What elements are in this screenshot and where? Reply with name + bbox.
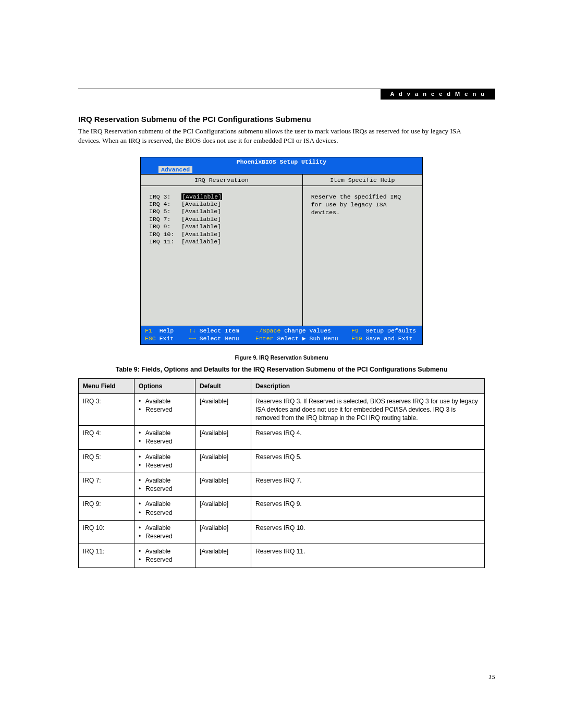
cell-menu-field: IRQ 5:: [79, 449, 134, 473]
table-row: IRQ 7:• Available• Reserved[Available]Re…: [79, 473, 485, 497]
figure-caption: Figure 9. IRQ Reservation Submenu: [78, 354, 485, 361]
th-description: Description: [251, 378, 485, 393]
page-number: 15: [488, 673, 495, 681]
bios-key-f9-label: Setup Defaults: [366, 327, 417, 334]
bios-key-enter-label: Select ▶ Sub-Menu: [277, 335, 338, 342]
bios-mid: IRQ Reservation IRQ 3: [Available]IRQ 4:…: [141, 175, 422, 326]
cell-description: Reserves IRQ 11.: [251, 544, 485, 567]
bios-rows: IRQ 3: [Available]IRQ 4: [Available]IRQ …: [149, 193, 294, 246]
table-row: IRQ 5:• Available• Reserved[Available]Re…: [79, 449, 485, 473]
bios-body: IRQ 3: [Available]IRQ 4: [Available]IRQ …: [141, 186, 302, 326]
bios-key-f10-label: Save and Exit: [366, 335, 413, 342]
bios-left-pane: IRQ Reservation IRQ 3: [Available]IRQ 4:…: [141, 175, 303, 326]
bios-key-leftright-label: Select Menu: [200, 335, 239, 342]
th-options: Options: [134, 378, 195, 393]
bios-key-f9: F9: [351, 327, 359, 334]
section-title: IRQ Reservation Submenu of the PCI Confi…: [78, 115, 485, 124]
table-row: IRQ 11:• Available• Reserved[Available]R…: [79, 544, 485, 567]
bios-key-space-label: Change Values: [284, 327, 331, 334]
cell-description: Reserves IRQ 10.: [251, 520, 485, 544]
bios-row: IRQ 3: [Available]: [149, 193, 294, 201]
cell-menu-field: IRQ 7:: [79, 473, 134, 497]
cell-description: Reserves IRQ 4.: [251, 426, 485, 449]
th-default: Default: [195, 378, 251, 393]
bios-key-esc: ESC: [145, 335, 156, 342]
table-row: IRQ 9:• Available• Reserved[Available]Re…: [79, 497, 485, 520]
section-paragraph: The IRQ Reservation submenu of the PCI C…: [78, 127, 485, 145]
bios-top-bar: PhoenixBIOS Setup Utility Advanced: [141, 157, 422, 175]
bios-key-leftright: ←→: [189, 335, 196, 342]
table-row: IRQ 4:• Available• Reserved[Available]Re…: [79, 426, 485, 449]
bios-key-enter: Enter: [255, 335, 274, 342]
header-chapter-tag: A d v a n c e d M e n u: [381, 89, 495, 100]
content: IRQ Reservation Submenu of the PCI Confi…: [78, 115, 485, 568]
bios-footer-row-2: ESC Exit ←→ Select Menu Enter Select ▶ S…: [145, 335, 418, 343]
bios-footer-row-1: F1 Help ↑↓ Select Item -/Space Change Va…: [145, 327, 418, 335]
bios-row: IRQ 10: [Available]: [149, 231, 294, 238]
cell-default: [Available]: [195, 426, 251, 449]
bios-footer: F1 Help ↑↓ Select Item -/Space Change Va…: [141, 326, 422, 344]
cell-default: [Available]: [195, 449, 251, 473]
cell-menu-field: IRQ 11:: [79, 544, 134, 567]
bios-key-esc-label: Exit: [160, 335, 174, 342]
bios-key-updown: ↑↓: [189, 327, 196, 334]
table-header-row: Menu Field Options Default Description: [79, 378, 485, 393]
cell-options: • Available• Reserved: [134, 426, 195, 449]
options-table: Menu Field Options Default Description I…: [78, 378, 485, 568]
bios-key-f10: F10: [351, 335, 362, 342]
bios-screen: PhoenixBIOS Setup Utility Advanced IRQ R…: [140, 157, 423, 345]
cell-menu-field: IRQ 10:: [79, 520, 134, 544]
cell-default: [Available]: [195, 520, 251, 544]
table-caption: Table 9: Fields, Options and Defaults fo…: [78, 366, 485, 373]
cell-default: [Available]: [195, 497, 251, 520]
table-row: IRQ 3:• Available• Reserved[Available]Re…: [79, 393, 485, 426]
cell-default: [Available]: [195, 473, 251, 497]
page: A d v a n c e d M e n u IRQ Reservation …: [0, 0, 563, 728]
th-menu-field: Menu Field: [79, 378, 134, 393]
bios-row: IRQ 4: [Available]: [149, 201, 294, 208]
cell-menu-field: IRQ 3:: [79, 393, 134, 426]
bios-right-pane: Item Specific Help Reserve the specified…: [303, 175, 422, 326]
bios-key-updown-label: Select Item: [200, 327, 239, 334]
cell-options: • Available• Reserved: [134, 473, 195, 497]
cell-default: [Available]: [195, 544, 251, 567]
cell-menu-field: IRQ 4:: [79, 426, 134, 449]
bios-row: IRQ 9: [Available]: [149, 223, 294, 230]
bios-help-text: Reserve the specified IRQ for use by leg…: [303, 186, 422, 224]
bios-right-header: Item Specific Help: [303, 175, 422, 186]
bios-menubar: Advanced: [141, 166, 422, 174]
bios-menubar-active: Advanced: [158, 166, 192, 173]
bios-key-f1: F1: [145, 327, 152, 334]
bios-row: IRQ 7: [Available]: [149, 216, 294, 223]
bios-title: PhoenixBIOS Setup Utility: [141, 157, 422, 166]
cell-options: • Available• Reserved: [134, 544, 195, 567]
cell-menu-field: IRQ 9:: [79, 497, 134, 520]
cell-options: • Available• Reserved: [134, 497, 195, 520]
cell-default: [Available]: [195, 393, 251, 426]
bios-row: IRQ 5: [Available]: [149, 208, 294, 215]
cell-description: Reserves IRQ 9.: [251, 497, 485, 520]
cell-options: • Available• Reserved: [134, 393, 195, 426]
bios-key-space: -/Space: [255, 327, 280, 334]
cell-description: Reserves IRQ 7.: [251, 473, 485, 497]
bios-key-f1-label: Help: [160, 327, 174, 334]
bios-row: IRQ 11: [Available]: [149, 238, 294, 245]
bios-left-header: IRQ Reservation: [141, 175, 302, 186]
cell-options: • Available• Reserved: [134, 520, 195, 544]
cell-options: • Available• Reserved: [134, 449, 195, 473]
table-row: IRQ 10:• Available• Reserved[Available]R…: [79, 520, 485, 544]
cell-description: Reserves IRQ 5.: [251, 449, 485, 473]
cell-description: Reserves IRQ 3. If Reserved is selected,…: [251, 393, 485, 426]
